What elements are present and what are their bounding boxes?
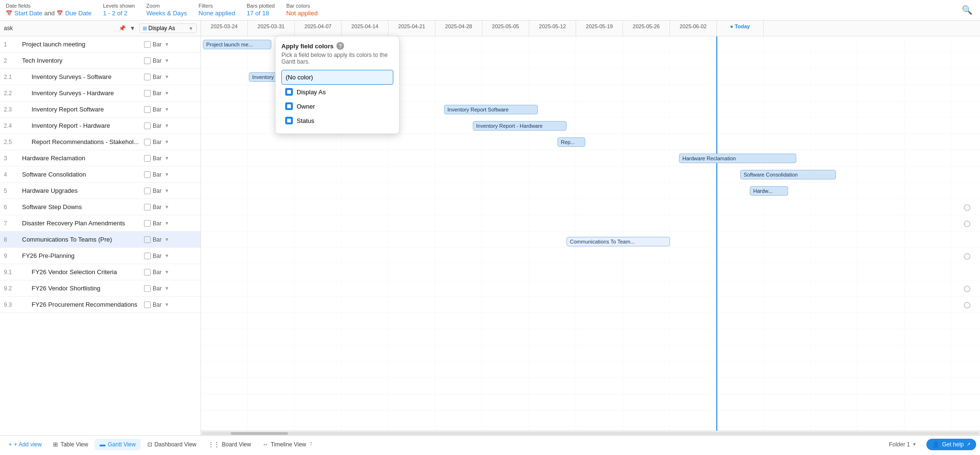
checkbox-icon[interactable] bbox=[144, 204, 151, 211]
tab-board-view[interactable]: ⋮⋮ Board View bbox=[203, 439, 256, 450]
get-help-button[interactable]: 👤 Get help ↗ bbox=[926, 439, 976, 450]
horizontal-scrollbar[interactable] bbox=[201, 431, 980, 435]
gantt-header: ask 📌 ▼ ⊞ Display As ▼ 2025-03-24 2025-0… bbox=[0, 21, 980, 36]
display-as-dropdown[interactable]: ⊞ Display As ▼ bbox=[139, 23, 197, 33]
task-type: Bar ▼ bbox=[144, 236, 197, 243]
checkbox-icon[interactable] bbox=[144, 236, 151, 243]
levels-value[interactable]: 1 - 2 of 2 bbox=[103, 10, 135, 17]
gantt-bar-3[interactable]: Hardware Reclamation bbox=[679, 154, 796, 163]
chevron-down-icon[interactable]: ▼ bbox=[165, 123, 169, 128]
task-name[interactable]: Communications To Teams (Pre) bbox=[22, 236, 141, 243]
task-name[interactable]: Inventory Surveys - Software bbox=[22, 73, 141, 80]
chevron-down-icon[interactable]: ▼ bbox=[165, 155, 169, 161]
checkbox-icon[interactable] bbox=[144, 220, 151, 227]
colors-value[interactable]: Not applied bbox=[286, 10, 318, 17]
task-type-label: Bar bbox=[153, 188, 162, 194]
task-name[interactable]: Report Recommendations - Stakehol... bbox=[22, 138, 141, 145]
task-name[interactable]: FY26 Pre-Planning bbox=[22, 252, 141, 259]
task-name[interactable]: Hardware Upgrades bbox=[22, 187, 141, 194]
filters-value[interactable]: None applied bbox=[199, 10, 235, 17]
external-link-icon: ↗ bbox=[967, 442, 970, 447]
timeline-help-icon[interactable]: ? bbox=[310, 442, 312, 447]
gantt-bar-1[interactable]: Project launch me... bbox=[203, 40, 271, 49]
checkbox-icon[interactable] bbox=[144, 285, 151, 292]
task-name[interactable]: Project launch meeting bbox=[22, 41, 141, 48]
task-name[interactable]: Inventory Surveys - Hardware bbox=[22, 89, 141, 97]
status-option[interactable]: Status bbox=[281, 113, 393, 128]
tab-dashboard-view[interactable]: ⊡ Dashboard View bbox=[143, 439, 201, 450]
search-icon[interactable]: 🔍 bbox=[960, 3, 974, 17]
chevron-down-icon[interactable]: ▼ bbox=[165, 58, 169, 63]
gantt-bar-2-3[interactable]: Inventory Report Software bbox=[444, 105, 538, 114]
add-view-button[interactable]: + + Add view bbox=[4, 439, 46, 450]
no-color-option[interactable]: (No color) bbox=[281, 70, 393, 85]
gantt-bar-2-4[interactable]: Inventory Report - Hardware bbox=[473, 121, 567, 131]
tab-table-view[interactable]: ⊞ Table View bbox=[48, 439, 93, 450]
chevron-down-icon[interactable]: ▼ bbox=[165, 90, 169, 96]
display-as-option[interactable]: Display As bbox=[281, 85, 393, 99]
checkbox-icon[interactable] bbox=[144, 57, 151, 64]
gantt-bar-4[interactable]: Software Consolidation bbox=[740, 170, 836, 179]
checkbox-icon[interactable] bbox=[144, 269, 151, 276]
task-name[interactable]: FY26 Procurement Recommendations bbox=[22, 301, 141, 308]
bars-value[interactable]: 17 of 18 bbox=[246, 10, 275, 17]
task-name[interactable]: Disaster Recovery Plan Amendments bbox=[22, 220, 141, 227]
table-row: 1 Project launch meeting Bar ▼ bbox=[0, 36, 200, 53]
checkbox-icon[interactable] bbox=[144, 301, 151, 308]
chevron-down-icon[interactable]: ▼ bbox=[165, 221, 169, 226]
task-name[interactable]: FY26 Vendor Shortlisting bbox=[22, 285, 141, 292]
gantt-bar-5[interactable]: Hardw... bbox=[750, 186, 788, 196]
chevron-down-icon[interactable]: ▼ bbox=[165, 107, 169, 112]
chevron-down-icon[interactable]: ▼ bbox=[165, 74, 169, 79]
task-name[interactable]: Software Step Downs bbox=[22, 203, 141, 211]
checkbox-icon[interactable] bbox=[144, 139, 151, 145]
date-header-6: 2025-05-05 bbox=[482, 21, 529, 36]
task-type: Bar ▼ bbox=[144, 90, 197, 97]
checkbox-icon[interactable] bbox=[144, 90, 151, 97]
chevron-down-icon[interactable]: ▼ bbox=[165, 286, 169, 291]
task-name[interactable]: Inventory Report - Hardware bbox=[22, 122, 141, 129]
levels-label: Levels shown bbox=[103, 3, 135, 9]
chevron-down-icon[interactable]: ▼ bbox=[165, 204, 169, 210]
task-name[interactable]: Software Consolidation bbox=[22, 171, 141, 178]
chevron-down-icon[interactable]: ▼ bbox=[165, 172, 169, 177]
tab-timeline-view[interactable]: ↔ Timeline View ? bbox=[258, 439, 317, 450]
help-circle-icon[interactable]: ? bbox=[336, 42, 344, 50]
chevron-down-icon[interactable]: ▼ bbox=[165, 253, 169, 258]
task-name[interactable]: Tech Inventory bbox=[22, 57, 141, 64]
chevron-down-icon[interactable]: ▼ bbox=[165, 139, 169, 144]
task-num: 2.3 bbox=[4, 106, 19, 113]
checkbox-icon[interactable] bbox=[144, 155, 151, 162]
zoom-group: Zoom Weeks & Days bbox=[146, 3, 187, 17]
checkbox-icon[interactable] bbox=[144, 171, 151, 178]
gantt-bar-8[interactable]: Communications To Team... bbox=[567, 237, 670, 246]
tab-gantt-view[interactable]: ▬ Gantt View bbox=[95, 439, 140, 450]
checkbox-icon[interactable] bbox=[144, 253, 151, 259]
chevron-down-icon[interactable]: ▼ bbox=[165, 188, 169, 193]
checkbox-icon[interactable] bbox=[144, 188, 151, 194]
folder-chevron-icon[interactable]: ▼ bbox=[912, 442, 917, 447]
left-panel-header: ask 📌 ▼ ⊞ Display As ▼ bbox=[0, 21, 201, 36]
chevron-down-icon[interactable]: ▼ bbox=[165, 237, 169, 242]
checkbox-icon[interactable] bbox=[144, 122, 151, 129]
header-sort-icon[interactable]: ▼ bbox=[130, 25, 135, 32]
due-date-label[interactable]: Due Date bbox=[65, 10, 91, 17]
task-name[interactable]: Inventory Report Software bbox=[22, 106, 141, 113]
start-date-label[interactable]: Start Date bbox=[14, 10, 43, 17]
owner-option[interactable]: Owner bbox=[281, 99, 393, 113]
task-type: Bar ▼ bbox=[144, 301, 197, 308]
pin-header-icon: 📌 bbox=[119, 25, 126, 32]
checkbox-icon[interactable] bbox=[144, 106, 151, 113]
chevron-down-icon[interactable]: ▼ bbox=[165, 42, 169, 47]
task-list: 1 Project launch meeting Bar ▼ 2 Tech In… bbox=[0, 36, 201, 435]
task-name[interactable]: FY26 Vendor Selection Criteria bbox=[22, 268, 141, 276]
chevron-down-icon[interactable]: ▼ bbox=[165, 302, 169, 307]
checkbox-icon[interactable] bbox=[144, 41, 151, 48]
date-fields-group: Date fields 📅 Start Date and 📅 Due Date bbox=[6, 3, 91, 17]
chevron-down-icon[interactable]: ▼ bbox=[165, 269, 169, 275]
checkbox-icon[interactable] bbox=[144, 74, 151, 80]
task-name[interactable]: Hardware Reclamation bbox=[22, 155, 141, 162]
zoom-value[interactable]: Weeks & Days bbox=[146, 10, 187, 17]
scrollbar-thumb[interactable] bbox=[231, 432, 288, 435]
gantt-bar-2-5[interactable]: Rep... bbox=[557, 137, 585, 147]
